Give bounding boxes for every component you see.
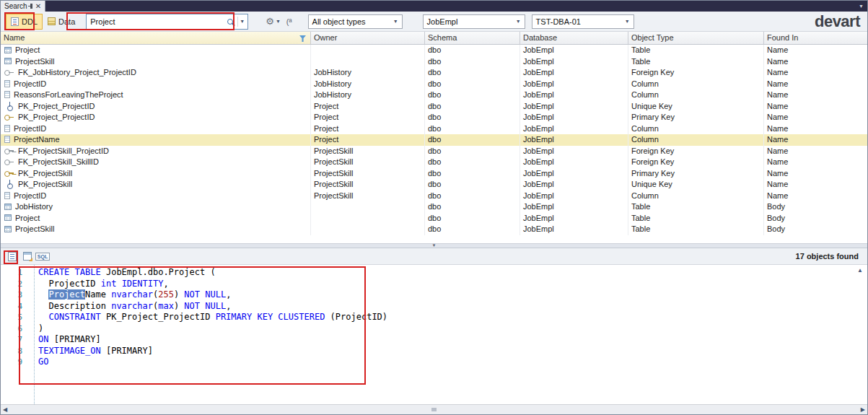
- cell-name: ProjectID: [1, 79, 311, 90]
- cell-name: ProjectID: [1, 191, 311, 202]
- search-icon[interactable]: [227, 19, 233, 25]
- table-row[interactable]: ProjectIDProjectSkilldboJobEmplColumnNam…: [1, 191, 867, 202]
- cell-database: JobEmpl: [520, 112, 628, 123]
- table-row[interactable]: PK_ProjectSkillProjectSkilldboJobEmplPri…: [1, 168, 867, 180]
- line-number: 4: [1, 301, 22, 313]
- splitter-collapse-icon[interactable]: ▼: [432, 244, 437, 248]
- sql-window-button[interactable]: SQL: [36, 250, 49, 263]
- cell-owner: [311, 201, 425, 213]
- edit-object-icon: [23, 252, 32, 261]
- pin-icon[interactable]: [30, 4, 32, 9]
- settings-button[interactable]: ⚙ ▼: [266, 17, 281, 26]
- tab-search[interactable]: Search ✕: [1, 1, 45, 12]
- ddl-toggle-button[interactable]: DDL: [6, 14, 43, 30]
- cell-database: JobEmpl: [520, 201, 628, 213]
- column-icon: [4, 192, 10, 199]
- table-row[interactable]: ReasonsForLeavingTheProjectJobHistorydbo…: [1, 89, 867, 101]
- table-row[interactable]: ProjectdboJobEmplTableBody: [1, 213, 867, 224]
- cell-owner: Project: [311, 112, 425, 123]
- ddl-view-button[interactable]: [6, 250, 19, 263]
- table-row[interactable]: PK_Project_ProjectIDProjectdboJobEmplPri…: [1, 112, 867, 123]
- cell-owner: ProjectSkill: [311, 146, 425, 157]
- scroll-right-icon[interactable]: ▶: [861, 407, 865, 413]
- ukey-icon: [6, 179, 12, 189]
- column-header-found-in[interactable]: Found In: [764, 32, 867, 44]
- search-scope-button[interactable]: (ª: [286, 17, 292, 26]
- cell-name: FK_ProjectSkill_SkillID: [1, 157, 311, 168]
- cell-owner: ProjectSkill: [311, 191, 425, 202]
- sql-preview-pane[interactable]: 1CREATE TABLE JobEmpl.dbo.Project (2 Pro…: [1, 265, 867, 404]
- column-header-schema[interactable]: Schema: [425, 32, 520, 44]
- column-header-owner[interactable]: Owner: [311, 32, 425, 44]
- cell-name: PK_ProjectSkill: [1, 179, 311, 191]
- cell-type: Column: [628, 123, 764, 135]
- table-row[interactable]: ProjectSkilldboJobEmplTableBody: [1, 224, 867, 235]
- scrollbar-grip[interactable]: [431, 408, 437, 411]
- cell-type: Table: [628, 45, 764, 56]
- edit-object-button[interactable]: [21, 250, 34, 263]
- object-types-dropdown[interactable]: All object types ▼: [308, 14, 403, 29]
- table-row[interactable]: ProjectNameProjectdboJobEmplColumnName: [1, 134, 867, 146]
- line-number: 7: [1, 334, 22, 346]
- cell-database: JobEmpl: [520, 101, 628, 113]
- table-row[interactable]: JobHistorydboJobEmplTableBody: [1, 201, 867, 213]
- column-header-name[interactable]: Name: [1, 32, 311, 44]
- table-row[interactable]: FK_ProjectSkill_ProjectIDProjectSkilldbo…: [1, 146, 867, 157]
- cell-schema: dbo: [425, 213, 520, 224]
- cell-database: JobEmpl: [520, 213, 628, 224]
- server-dropdown[interactable]: TST-DBA-01 ▼: [532, 14, 634, 29]
- cell-found: Name: [764, 123, 867, 135]
- table-row[interactable]: FK_JobHistory_Project_ProjectIDJobHistor…: [1, 67, 867, 79]
- cell-database: JobEmpl: [520, 146, 628, 157]
- table-row[interactable]: PK_Project_ProjectIDProjectdboJobEmplUni…: [1, 101, 867, 113]
- data-toggle-button[interactable]: Data: [43, 14, 80, 30]
- cell-found: Name: [764, 179, 867, 191]
- table-row[interactable]: ProjectIDProjectdboJobEmplColumnName: [1, 123, 867, 135]
- cell-found: Name: [764, 146, 867, 157]
- cell-type: Unique Key: [628, 101, 764, 113]
- cell-found: Body: [764, 213, 867, 224]
- cell-found: Name: [764, 191, 867, 202]
- cell-owner: [311, 213, 425, 224]
- table-row[interactable]: ProjectdboJobEmplTableName: [1, 45, 867, 56]
- close-icon[interactable]: ✕: [35, 3, 41, 10]
- cell-database: JobEmpl: [520, 157, 628, 168]
- cell-type: Primary Key: [628, 168, 764, 180]
- cell-found: Name: [764, 89, 867, 101]
- table-row[interactable]: PK_ProjectSkillProjectSkilldboJobEmplUni…: [1, 179, 867, 191]
- cell-schema: dbo: [425, 146, 520, 157]
- cell-schema: dbo: [425, 67, 520, 79]
- cell-found: Name: [764, 67, 867, 79]
- cell-name: ProjectName: [1, 134, 311, 146]
- line-number: 8: [1, 346, 22, 357]
- search-options-caret-icon[interactable]: ▼: [237, 17, 247, 27]
- cell-name: JobHistory: [1, 201, 311, 213]
- filter-icon[interactable]: [299, 35, 306, 42]
- cell-database: JobEmpl: [520, 123, 628, 135]
- cell-type: Foreign Key: [628, 67, 764, 79]
- scroll-up-icon[interactable]: ▲: [857, 267, 863, 274]
- cell-owner: JobHistory: [311, 89, 425, 101]
- column-header-database[interactable]: Database: [520, 32, 628, 44]
- search-box: ▼: [86, 14, 248, 30]
- tab-list-dropdown-icon[interactable]: ▼: [859, 4, 867, 9]
- horizontal-scrollbar[interactable]: ◀ ▶: [1, 404, 867, 414]
- cell-type: Table: [628, 224, 764, 235]
- cell-database: JobEmpl: [520, 179, 628, 191]
- table-row[interactable]: ProjectIDJobHistorydboJobEmplColumnName: [1, 79, 867, 90]
- cell-found: Name: [764, 101, 867, 113]
- table-row[interactable]: FK_ProjectSkill_SkillIDProjectSkilldboJo…: [1, 157, 867, 168]
- cell-schema: dbo: [425, 201, 520, 213]
- data-icon: [48, 17, 56, 25]
- cell-schema: dbo: [425, 112, 520, 123]
- cell-database: JobEmpl: [520, 134, 628, 146]
- column-icon: [4, 80, 10, 87]
- scroll-left-icon[interactable]: ◀: [3, 407, 7, 413]
- search-input[interactable]: [87, 14, 227, 29]
- cell-schema: dbo: [425, 101, 520, 113]
- pane-splitter[interactable]: ▼: [1, 243, 867, 248]
- column-header-object-type[interactable]: Object Type: [628, 32, 764, 44]
- ddl-label: DDL: [22, 17, 38, 26]
- database-dropdown[interactable]: JobEmpl ▼: [423, 14, 525, 29]
- table-row[interactable]: ProjectSkilldboJobEmplTableName: [1, 56, 867, 68]
